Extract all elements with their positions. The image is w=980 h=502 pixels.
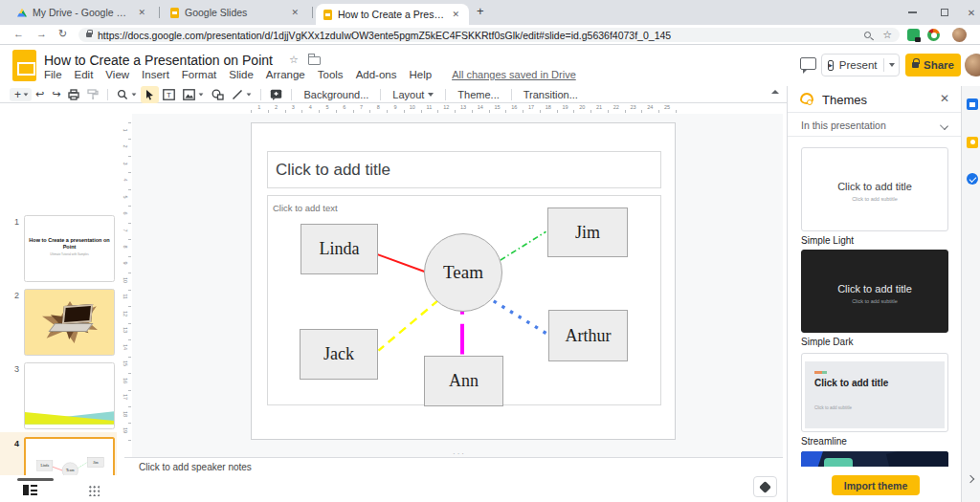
ruler-number: 8: [372, 104, 384, 110]
menu-tools[interactable]: Tools: [318, 69, 344, 80]
connector-jim[interactable]: [501, 231, 546, 260]
google-slides-logo[interactable]: [12, 50, 36, 81]
menu-format[interactable]: Format: [182, 69, 216, 80]
node-team[interactable]: Team: [62, 463, 78, 475]
node-linda[interactable]: Linda: [301, 224, 378, 274]
expand-side-panel-chevron[interactable]: [967, 475, 974, 483]
address-bar[interactable]: https://docs.google.com/presentation/d/1…: [78, 28, 900, 42]
browser-profile-avatar[interactable]: [952, 28, 967, 42]
browser-tab-drive[interactable]: My Drive - Google Drive ✕: [10, 0, 155, 25]
theme-card-streamline[interactable]: Click to add title Click to add subtitle: [801, 353, 948, 432]
collapse-toolbar-button[interactable]: [771, 90, 779, 94]
node-linda[interactable]: Linda: [36, 461, 53, 471]
close-icon[interactable]: ✕: [450, 10, 461, 19]
theme-card-partial[interactable]: [801, 451, 948, 467]
star-icon[interactable]: ☆: [289, 54, 299, 66]
connector-arthur[interactable]: [494, 301, 548, 335]
zoom-icon[interactable]: [864, 32, 871, 38]
slide-thumbnail-2[interactable]: [24, 289, 115, 356]
filmstrip-scrollbar[interactable]: [17, 478, 54, 481]
window-minimize-button[interactable]: [898, 0, 926, 25]
undo-button[interactable]: ↩: [32, 86, 48, 103]
node-team[interactable]: Team: [424, 233, 502, 312]
slide-thumbnail-1[interactable]: How to Create a presentation on Point Ul…: [24, 215, 115, 282]
new-slide-button[interactable]: +: [10, 88, 32, 101]
theme-card-simple-dark[interactable]: Click to add title Click to add subtitle: [801, 250, 948, 333]
slide-thumbnail-3[interactable]: [24, 362, 115, 429]
insert-comment-button[interactable]: [266, 86, 286, 103]
background-button[interactable]: Background...: [297, 89, 375, 100]
chevron-down-icon[interactable]: [247, 93, 252, 96]
text-box-button[interactable]: T: [159, 86, 179, 103]
menu-arrange[interactable]: Arrange: [266, 69, 305, 80]
theme-button[interactable]: Theme...: [451, 89, 505, 100]
insert-shape-button[interactable]: [208, 86, 228, 103]
window-close-button[interactable]: ✕: [957, 0, 980, 25]
browser-tab-active-presentation[interactable]: How to Create a Presentation on ✕: [316, 4, 469, 25]
explore-button[interactable]: [753, 476, 777, 497]
theme-card-simple-light[interactable]: Click to add title Click to add subtitle: [801, 147, 948, 231]
insert-line-button[interactable]: [228, 86, 256, 103]
import-theme-button[interactable]: Import theme: [832, 475, 920, 495]
forward-button[interactable]: →: [36, 28, 47, 39]
speaker-notes-placeholder[interactable]: Click to add speaker notes: [139, 462, 252, 472]
menu-help[interactable]: Help: [409, 69, 432, 80]
keep-icon[interactable]: [967, 137, 978, 148]
ruler-number: 10: [407, 104, 418, 110]
tasks-icon[interactable]: [967, 173, 978, 185]
layout-button[interactable]: Layout: [386, 89, 440, 100]
present-dropdown[interactable]: [883, 58, 895, 72]
close-icon[interactable]: ✕: [940, 92, 949, 105]
url-text[interactable]: https://docs.google.com/presentation/d/1…: [98, 30, 864, 41]
browser-tab-slides-home[interactable]: Google Slides ✕: [163, 0, 308, 25]
grid-view-button[interactable]: [88, 485, 100, 496]
menu-view[interactable]: View: [105, 69, 129, 80]
menu-insert[interactable]: Insert: [142, 69, 169, 80]
chevron-down-icon[interactable]: [199, 93, 204, 96]
menu-edit[interactable]: Edit: [75, 69, 94, 80]
print-button[interactable]: [64, 86, 83, 103]
share-button[interactable]: Share: [905, 54, 961, 76]
speaker-notes-bar[interactable]: Click to add speaker notes: [124, 457, 783, 475]
present-button[interactable]: ▶ Present: [821, 54, 900, 76]
bookmark-star-icon[interactable]: ☆: [882, 29, 892, 41]
redo-button[interactable]: ↪: [48, 86, 64, 103]
node-jack[interactable]: Jack: [300, 329, 378, 380]
menu-add-ons[interactable]: Add-ons: [356, 69, 397, 80]
close-icon: ✕: [968, 8, 975, 18]
saved-status[interactable]: All changes saved in Drive: [452, 69, 576, 80]
chevron-down-icon[interactable]: [24, 93, 29, 96]
node-jim[interactable]: Jim: [547, 207, 628, 257]
filmstrip-view-button[interactable]: [23, 485, 37, 495]
back-button[interactable]: ←: [13, 28, 24, 39]
select-tool-button[interactable]: [141, 86, 159, 103]
new-tab-button[interactable]: +: [477, 4, 484, 18]
paint-format-button[interactable]: [83, 86, 102, 103]
chevron-down-icon[interactable]: [132, 93, 137, 96]
menu-file[interactable]: File: [44, 69, 62, 80]
menu-slide[interactable]: Slide: [229, 69, 254, 80]
zoom-tool-button[interactable]: [113, 86, 141, 103]
slide-thumbnail-4-selected[interactable]: TeamLindaJimJackArthurAnn: [24, 437, 115, 475]
connector-jim[interactable]: [78, 462, 88, 468]
account-avatar[interactable]: [965, 54, 980, 76]
close-icon[interactable]: ✕: [136, 8, 147, 17]
node-jim[interactable]: Jim: [87, 457, 103, 468]
window-maximize-button[interactable]: [930, 0, 959, 25]
connector-linda[interactable]: [378, 254, 428, 273]
extension-icon[interactable]: [907, 29, 920, 41]
calendar-icon[interactable]: [967, 98, 978, 110]
transition-button[interactable]: Transition...: [517, 89, 585, 100]
comments-icon[interactable]: [800, 57, 816, 70]
reload-button[interactable]: ↻: [58, 28, 67, 40]
themes-section-header[interactable]: In this presentation: [788, 113, 961, 137]
extension-icon[interactable]: [927, 29, 940, 41]
insert-image-button[interactable]: [179, 86, 208, 103]
document-title[interactable]: How to Create a Presentation on Point: [44, 53, 273, 68]
connector-jack[interactable]: [379, 300, 439, 351]
node-arthur[interactable]: Arthur: [548, 310, 628, 361]
folder-icon[interactable]: [308, 56, 321, 65]
slide-canvas[interactable]: Click to add title Click to add text Tea…: [251, 122, 676, 440]
close-icon[interactable]: ✕: [289, 8, 301, 17]
node-ann[interactable]: Ann: [424, 356, 503, 406]
